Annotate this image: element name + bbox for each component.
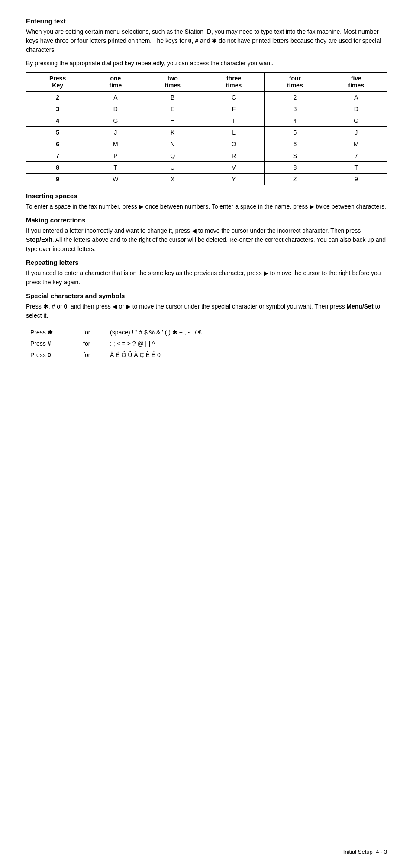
for-label: for bbox=[80, 350, 106, 360]
for-label: for bbox=[80, 338, 106, 349]
table-cell: 5 bbox=[265, 127, 326, 138]
char-value: Ä Ë Ö Ü À Ç È É 0 bbox=[106, 350, 386, 360]
table-row: 5JKL5J bbox=[26, 127, 387, 138]
table-cell: R bbox=[203, 150, 264, 162]
inserting-spaces-section: Inserting spaces To enter a space in the… bbox=[26, 192, 387, 211]
table-cell: B bbox=[142, 91, 203, 103]
table-cell: F bbox=[203, 103, 264, 115]
footer-page: 4 - 3 bbox=[376, 849, 387, 855]
table-cell: 8 bbox=[265, 162, 326, 174]
th-press-key: PressKey bbox=[26, 73, 89, 92]
table-cell: 4 bbox=[265, 115, 326, 127]
char-value: (space) ! " # $ % & ' ( ) ✱ + , - . / € bbox=[106, 327, 386, 338]
th-three-times: threetimes bbox=[203, 73, 264, 92]
table-cell: 7 bbox=[26, 150, 89, 162]
table-cell: 9 bbox=[26, 174, 89, 185]
table-row: 9WXYZ9 bbox=[26, 174, 387, 185]
entering-text-para1: When you are setting certain menu select… bbox=[26, 27, 387, 55]
table-cell: 6 bbox=[265, 138, 326, 150]
menu-set-bold: Menu/Set bbox=[346, 303, 373, 310]
table-cell: I bbox=[203, 115, 264, 127]
table-cell: 5 bbox=[26, 127, 89, 138]
special-characters-para: Press ✱, # or 0, and then press ◀ or ▶ t… bbox=[26, 302, 387, 320]
inserting-spaces-title: Inserting spaces bbox=[26, 192, 387, 199]
footer-label: Initial Setup bbox=[343, 849, 373, 855]
table-row: 2ABC2A bbox=[26, 91, 387, 103]
table-cell: M bbox=[89, 138, 142, 150]
table-cell: X bbox=[142, 174, 203, 185]
special-row: Press #for: ; < = > ? @ [ ] ^ _ bbox=[27, 338, 386, 349]
table-cell: L bbox=[203, 127, 264, 138]
th-two-times: twotimes bbox=[142, 73, 203, 92]
table-cell: Q bbox=[142, 150, 203, 162]
table-cell: D bbox=[89, 103, 142, 115]
table-cell: Z bbox=[265, 174, 326, 185]
table-row: 3DEF3D bbox=[26, 103, 387, 115]
key-table: PressKey onetime twotimes threetimes fou… bbox=[26, 72, 387, 185]
table-header-row: PressKey onetime twotimes threetimes fou… bbox=[26, 73, 387, 92]
table-cell: G bbox=[89, 115, 142, 127]
repeating-letters-para: If you need to enter a character that is… bbox=[26, 269, 387, 287]
special-chars-table: Press ✱for(space) ! " # $ % & ' ( ) ✱ + … bbox=[26, 326, 387, 361]
table-cell: 3 bbox=[265, 103, 326, 115]
table-cell: 4 bbox=[26, 115, 89, 127]
table-cell: M bbox=[326, 138, 387, 150]
inserting-spaces-para: To enter a space in the fax number, pres… bbox=[26, 202, 387, 211]
press-label: Press # bbox=[27, 338, 79, 349]
th-one-time: onetime bbox=[89, 73, 142, 92]
table-cell: O bbox=[203, 138, 264, 150]
table-cell: 7 bbox=[326, 150, 387, 162]
table-cell: N bbox=[142, 138, 203, 150]
entering-text-para2: By pressing the appropriate dial pad key… bbox=[26, 59, 387, 68]
table-cell: P bbox=[89, 150, 142, 162]
char-value: : ; < = > ? @ [ ] ^ _ bbox=[106, 338, 386, 349]
for-label: for bbox=[80, 327, 106, 338]
table-cell: T bbox=[89, 162, 142, 174]
repeating-letters-section: Repeating letters If you need to enter a… bbox=[26, 259, 387, 287]
stop-exit-bold: Stop/Exit bbox=[26, 236, 52, 243]
press-label: Press 0 bbox=[27, 350, 79, 360]
table-cell: T bbox=[326, 162, 387, 174]
table-cell: Y bbox=[203, 174, 264, 185]
table-body: 2ABC2A3DEF3D4GHI4G5JKL5J6MNO6M7PQRS78TUV… bbox=[26, 91, 387, 185]
special-row: Press ✱for(space) ! " # $ % & ' ( ) ✱ + … bbox=[27, 327, 386, 338]
table-cell: W bbox=[89, 174, 142, 185]
table-cell: 3 bbox=[26, 103, 89, 115]
table-cell: 2 bbox=[265, 91, 326, 103]
table-row: 8TUV8T bbox=[26, 162, 387, 174]
bold-zero: 0 bbox=[64, 303, 67, 310]
table-cell: S bbox=[265, 150, 326, 162]
special-characters-section: Special characters and symbols Press ✱, … bbox=[26, 292, 387, 361]
table-cell: 9 bbox=[326, 174, 387, 185]
bold-hash: # bbox=[195, 37, 198, 44]
table-cell: 6 bbox=[26, 138, 89, 150]
entering-text-title: Entering text bbox=[26, 17, 387, 25]
table-row: 7PQRS7 bbox=[26, 150, 387, 162]
table-row: 6MNO6M bbox=[26, 138, 387, 150]
table-cell: J bbox=[326, 127, 387, 138]
table-cell: V bbox=[203, 162, 264, 174]
table-row: 4GHI4G bbox=[26, 115, 387, 127]
table-cell: H bbox=[142, 115, 203, 127]
making-corrections-para: If you entered a letter incorrectly and … bbox=[26, 226, 387, 254]
th-five-times: fivetimes bbox=[326, 73, 387, 92]
table-cell: 2 bbox=[26, 91, 89, 103]
making-corrections-section: Making corrections If you entered a lett… bbox=[26, 216, 387, 254]
table-cell: J bbox=[89, 127, 142, 138]
table-cell: E bbox=[142, 103, 203, 115]
footer: Initial Setup 4 - 3 bbox=[343, 849, 387, 855]
table-cell: G bbox=[326, 115, 387, 127]
table-cell: K bbox=[142, 127, 203, 138]
special-table-body: Press ✱for(space) ! " # $ % & ' ( ) ✱ + … bbox=[27, 327, 386, 360]
repeating-letters-title: Repeating letters bbox=[26, 259, 387, 266]
table-cell: A bbox=[326, 91, 387, 103]
special-row: Press 0forÄ Ë Ö Ü À Ç È É 0 bbox=[27, 350, 386, 360]
table-cell: A bbox=[89, 91, 142, 103]
table-cell: U bbox=[142, 162, 203, 174]
press-label: Press ✱ bbox=[27, 327, 79, 338]
table-cell: C bbox=[203, 91, 264, 103]
entering-text-section: Entering text When you are setting certa… bbox=[26, 17, 387, 185]
special-characters-title: Special characters and symbols bbox=[26, 292, 387, 299]
bold-0: 0 bbox=[188, 37, 192, 44]
making-corrections-title: Making corrections bbox=[26, 216, 387, 224]
